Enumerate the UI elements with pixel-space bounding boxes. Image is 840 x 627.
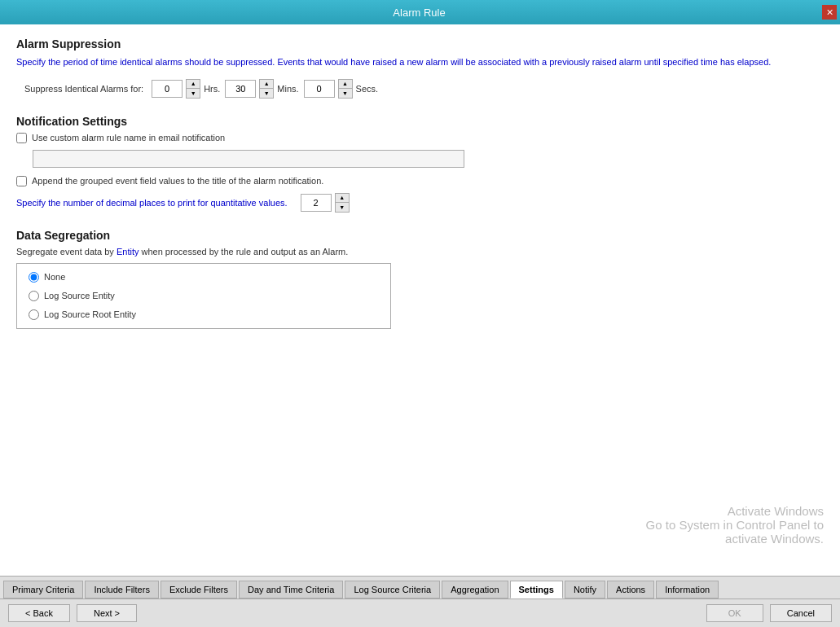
- close-button[interactable]: ✕: [822, 5, 837, 20]
- custom-name-checkbox[interactable]: [16, 133, 27, 143]
- watermark: Activate Windows Go to System in Control…: [646, 504, 824, 546]
- tab-day-time-criteria[interactable]: Day and Time Criteria: [239, 581, 343, 598]
- radio-log-source-root-label: Log Source Root Entity: [44, 309, 136, 319]
- watermark-line2: Go to System in Control Panel to: [646, 518, 824, 532]
- desc-link: Entity: [117, 247, 139, 256]
- notification-settings-section: Notification Settings Use custom alarm r…: [16, 115, 824, 213]
- decimal-label: Specify the number of decimal places to …: [16, 198, 288, 208]
- hrs-down-button[interactable]: ▼: [187, 89, 200, 98]
- watermark-line1: Activate Windows: [646, 504, 824, 518]
- tab-actions[interactable]: Actions: [607, 581, 654, 598]
- notification-settings-title: Notification Settings: [16, 115, 824, 128]
- secs-spinner-buttons: ▲ ▼: [338, 79, 353, 99]
- window-title: Alarm Rule: [16, 7, 822, 19]
- tab-notify[interactable]: Notify: [565, 581, 605, 598]
- mins-up-button[interactable]: ▲: [260, 80, 273, 89]
- bottom-bar: < Back Next > OK Cancel: [0, 598, 840, 627]
- tab-settings[interactable]: Settings: [510, 581, 563, 598]
- hrs-unit: Hrs.: [204, 84, 220, 94]
- tabs-bar: Primary Criteria Include Filters Exclude…: [0, 576, 840, 598]
- tab-information[interactable]: Information: [656, 581, 719, 598]
- decimal-up-button[interactable]: ▲: [336, 194, 349, 203]
- radio-log-source[interactable]: [29, 291, 39, 301]
- append-label: Append the grouped event field values to…: [32, 176, 323, 186]
- custom-name-label: Use custom alarm rule name in email noti…: [32, 133, 225, 142]
- alarm-suppression-title: Alarm Suppression: [16, 37, 824, 50]
- decimal-input[interactable]: [301, 194, 332, 212]
- append-checkbox[interactable]: [16, 176, 27, 186]
- mins-spinner: ▲ ▼ Mins.: [225, 79, 298, 99]
- hrs-spinner: ▲ ▼ Hrs.: [152, 79, 220, 99]
- mins-down-button[interactable]: ▼: [260, 89, 273, 98]
- data-segregation-section: Data Segregation Segregate event data by…: [16, 229, 824, 329]
- bottom-left-buttons: < Back Next >: [8, 604, 137, 622]
- back-button[interactable]: < Back: [8, 604, 70, 622]
- alarm-suppression-section: Alarm Suppression Specify the period of …: [16, 37, 824, 99]
- decimal-spinner-buttons: ▲ ▼: [335, 193, 350, 213]
- alarm-suppression-desc: Specify the period of time identical ala…: [16, 55, 824, 69]
- radio-log-source-root-row: Log Source Root Entity: [29, 309, 379, 320]
- secs-down-button[interactable]: ▼: [339, 89, 352, 98]
- hrs-up-button[interactable]: ▲: [187, 80, 200, 89]
- title-bar: Alarm Rule ✕: [0, 0, 840, 24]
- secs-unit: Secs.: [356, 84, 379, 94]
- cancel-button[interactable]: Cancel: [770, 604, 832, 622]
- tab-primary-criteria[interactable]: Primary Criteria: [3, 581, 83, 598]
- secs-input[interactable]: [304, 80, 335, 98]
- content-wrapper: Alarm Suppression Specify the period of …: [0, 24, 840, 627]
- suppress-row: Suppress Identical Alarms for: ▲ ▼ Hrs. …: [24, 79, 824, 99]
- radio-log-source-root[interactable]: [29, 309, 39, 320]
- radio-log-source-label: Log Source Entity: [44, 291, 115, 300]
- radio-none[interactable]: [29, 272, 39, 283]
- desc-part1: Segregate event data by: [16, 247, 114, 256]
- decimal-down-button[interactable]: ▼: [336, 203, 349, 212]
- custom-name-checkbox-row: Use custom alarm rule name in email noti…: [16, 133, 824, 143]
- radio-none-label: None: [44, 272, 65, 282]
- hrs-input[interactable]: [152, 80, 183, 98]
- main-content: Alarm Suppression Specify the period of …: [0, 24, 840, 576]
- tab-include-filters[interactable]: Include Filters: [85, 581, 158, 598]
- decimal-row: Specify the number of decimal places to …: [16, 193, 824, 213]
- radio-log-source-row: Log Source Entity: [29, 291, 379, 301]
- next-button[interactable]: Next >: [77, 604, 137, 622]
- append-checkbox-row: Append the grouped event field values to…: [16, 176, 824, 186]
- desc-part2: when processed by the rule and output as…: [142, 247, 349, 256]
- suppress-label: Suppress Identical Alarms for:: [24, 84, 143, 94]
- data-segregation-title: Data Segregation: [16, 229, 824, 242]
- mins-input[interactable]: [225, 80, 256, 98]
- watermark-line3: activate Windows.: [646, 532, 824, 546]
- ok-button[interactable]: OK: [706, 604, 763, 622]
- custom-name-input[interactable]: [33, 150, 464, 168]
- data-segregation-desc: Segregate event data by Entity when proc…: [16, 247, 824, 256]
- tab-log-source-criteria[interactable]: Log Source Criteria: [345, 581, 440, 598]
- mins-spinner-buttons: ▲ ▼: [259, 79, 274, 99]
- radio-box: None Log Source Entity Log Source Root E…: [16, 263, 391, 329]
- secs-spinner: ▲ ▼ Secs.: [304, 79, 379, 99]
- hrs-spinner-buttons: ▲ ▼: [186, 79, 200, 99]
- decimal-spinner: ▲ ▼: [301, 193, 350, 213]
- secs-up-button[interactable]: ▲: [339, 80, 352, 89]
- tab-aggregation[interactable]: Aggregation: [442, 581, 508, 598]
- mins-unit: Mins.: [277, 84, 298, 94]
- tab-exclude-filters[interactable]: Exclude Filters: [161, 581, 237, 598]
- bottom-right-buttons: OK Cancel: [706, 604, 832, 622]
- radio-none-row: None: [29, 272, 379, 283]
